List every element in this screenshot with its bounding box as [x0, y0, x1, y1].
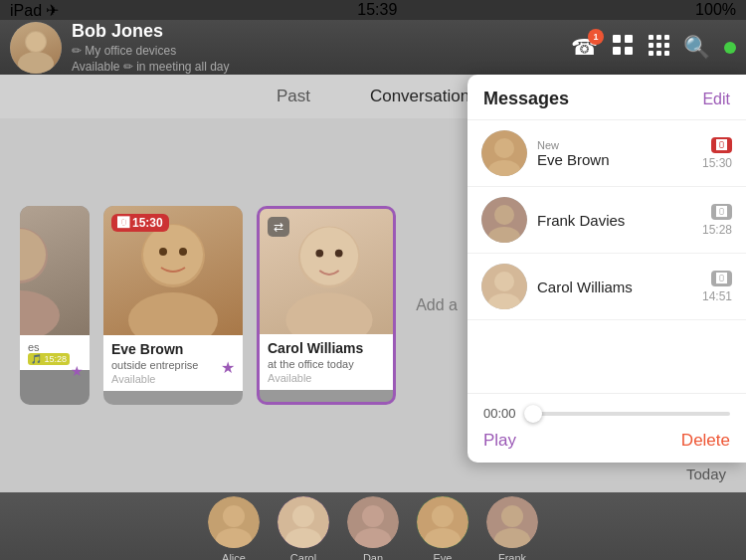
card-info-carol: Carol Williams at the office today Avail… — [260, 334, 393, 390]
contact-item-frank[interactable]: FrankDavies — [486, 496, 538, 560]
playback-buttons: Play Delete — [483, 431, 730, 451]
svg-point-45 — [362, 505, 384, 527]
message-item-eve[interactable]: New Eve Brown 🅾 15:30 — [467, 120, 746, 187]
msg-name-eve: Eve Brown — [537, 151, 702, 168]
messages-title: Messages — [483, 89, 569, 109]
grid-icon[interactable] — [612, 34, 634, 62]
msg-vm-icon-frank: 🅾 — [711, 204, 732, 220]
msg-time-carol: 14:51 — [702, 289, 732, 303]
svg-point-1 — [18, 52, 54, 74]
msg-right-frank: 🅾 15:28 — [702, 204, 732, 237]
card-sub-eve: outside entreprise — [111, 359, 235, 371]
contact-avatar-dan — [347, 496, 399, 548]
header-icons: ☎ 1 🔍 — [571, 34, 736, 62]
contact-avatar-eve — [417, 496, 468, 548]
svg-rect-6 — [625, 47, 633, 55]
msg-avatar-eve — [481, 130, 527, 176]
tab-past[interactable]: Past — [277, 87, 310, 106]
partial-star: ★ — [71, 363, 84, 379]
card-carol-williams[interactable]: ⇄ Carol Williams at the office today Ava… — [257, 206, 396, 405]
contact-avatar-alice — [208, 496, 260, 548]
today-label: Today — [686, 466, 726, 482]
svg-rect-8 — [656, 35, 661, 40]
svg-rect-9 — [664, 35, 669, 40]
contact-name-alice: AliceSmith — [220, 552, 248, 560]
playback-time: 00:00 — [483, 406, 516, 421]
svg-point-26 — [300, 227, 358, 284]
svg-point-23 — [179, 248, 187, 256]
card-sub-carol: at the office today — [268, 358, 385, 370]
status-right: 100% — [695, 1, 736, 19]
contact-item-eve[interactable]: EveBrown — [417, 496, 468, 560]
card-status-carol: Available — [268, 372, 385, 384]
svg-point-28 — [335, 250, 343, 258]
msg-avatar-frank — [481, 197, 527, 243]
status-bar: iPad ✈ 15:39 100% — [0, 0, 746, 20]
search-icon[interactable]: 🔍 — [683, 35, 710, 61]
msg-info-eve: New Eve Brown — [537, 139, 702, 168]
contact-name-frank: FrankDavies — [495, 552, 529, 560]
messages-header: Messages Edit — [467, 75, 746, 120]
svg-point-20 — [128, 292, 218, 335]
bottom-contacts-bar: AliceSmith CarolWilliams DanTaylor — [0, 492, 746, 560]
message-item-carol[interactable]: Carol Williams 🅾 14:51 — [467, 254, 746, 320]
svg-point-22 — [159, 248, 167, 256]
svg-point-36 — [494, 272, 514, 291]
svg-rect-14 — [656, 51, 661, 56]
msg-right-carol: 🅾 14:51 — [702, 271, 732, 303]
partial-name: es — [28, 341, 82, 353]
avatar — [10, 22, 62, 74]
msg-time-eve: 15:30 — [702, 156, 732, 170]
msg-new-badge: New — [537, 139, 702, 151]
svg-rect-12 — [664, 43, 669, 48]
msg-name-frank: Frank Davies — [537, 212, 702, 229]
message-item-frank[interactable]: Frank Davies 🅾 15:28 — [467, 187, 746, 254]
apps-icon[interactable] — [648, 34, 669, 62]
svg-rect-7 — [649, 35, 653, 40]
svg-point-25 — [285, 292, 372, 334]
playback-bar: 00:00 Play Delete — [467, 393, 746, 463]
svg-rect-13 — [649, 51, 653, 56]
status-left: iPad ✈ — [10, 1, 59, 20]
msg-info-frank: Frank Davies — [537, 212, 702, 229]
slider-track[interactable] — [524, 412, 730, 416]
svg-rect-10 — [649, 43, 653, 48]
voicemail-icon[interactable]: ☎ 1 — [571, 35, 598, 61]
messages-edit-button[interactable]: Edit — [702, 91, 730, 108]
card-star-eve: ★ — [221, 358, 235, 377]
svg-point-18 — [20, 229, 46, 280]
contact-item-carol[interactable]: CarolWilliams — [278, 496, 329, 560]
card-name-carol: Carol Williams — [268, 340, 385, 356]
contact-item-alice[interactable]: AliceSmith — [208, 496, 260, 560]
svg-rect-4 — [625, 35, 633, 43]
delete-button[interactable]: Delete — [681, 431, 730, 451]
header-status: Available ✏ in meeting all day — [72, 60, 571, 74]
play-button[interactable]: Play — [483, 431, 516, 451]
contact-item-dan[interactable]: DanTaylor — [347, 496, 399, 560]
status-time: 15:39 — [357, 1, 397, 19]
battery-label: 100% — [695, 1, 736, 18]
slider-thumb[interactable] — [524, 405, 542, 423]
header-devices: ✏ My office devices — [72, 44, 571, 58]
svg-point-30 — [494, 138, 514, 158]
svg-point-39 — [223, 505, 245, 527]
avatar-image — [10, 22, 62, 74]
main-area: Past Conversation es 🎵 15:28 ★ — [0, 75, 746, 492]
msg-vm-icon-eve: 🅾 — [711, 137, 732, 153]
notification-badge: 1 — [588, 29, 604, 45]
svg-rect-3 — [613, 35, 621, 43]
svg-point-27 — [315, 250, 323, 258]
card-status-eve: Available — [111, 373, 235, 385]
tab-conversation[interactable]: Conversation — [370, 87, 469, 106]
card-eve-brown[interactable]: 🅾 15:30 Eve Brown outside entreprise Ava… — [103, 206, 243, 405]
header-username: Bob Jones — [72, 21, 571, 42]
msg-right-eve: 🅾 15:30 — [702, 137, 732, 170]
svg-rect-11 — [656, 43, 661, 48]
contact-name-eve: EveBrown — [427, 552, 458, 560]
header-info: Bob Jones ✏ My office devices Available … — [72, 21, 571, 74]
contact-ring-eve — [417, 496, 468, 548]
msg-vm-icon-carol: 🅾 — [711, 271, 732, 286]
svg-point-17 — [20, 290, 60, 335]
header: Bob Jones ✏ My office devices Available … — [0, 20, 746, 75]
svg-point-2 — [26, 32, 46, 52]
